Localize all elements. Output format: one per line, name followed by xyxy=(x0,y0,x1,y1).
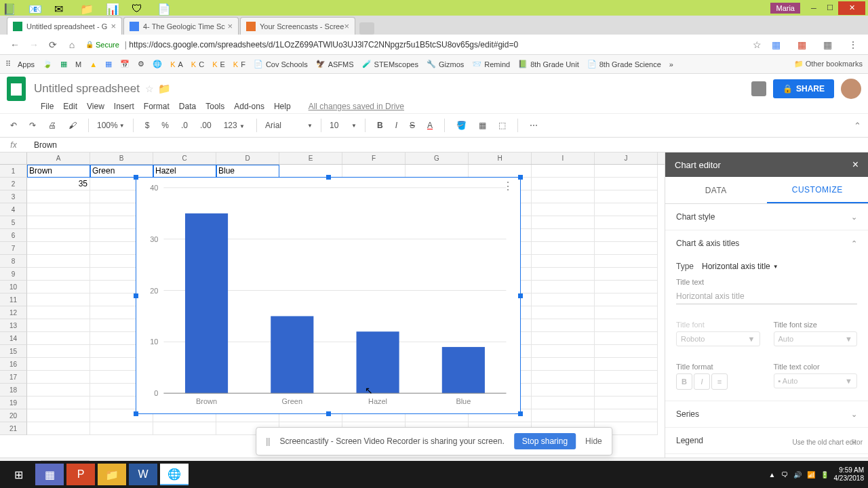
cell[interactable] xyxy=(595,319,658,332)
text-color-button[interactable]: A xyxy=(424,119,436,132)
cell[interactable] xyxy=(532,371,595,384)
other-bookmarks[interactable]: 📁 Other bookmarks xyxy=(794,60,863,68)
cell[interactable] xyxy=(27,255,90,268)
row-header[interactable]: 2 xyxy=(0,178,27,190)
cell[interactable] xyxy=(27,306,90,319)
cell[interactable] xyxy=(595,165,658,178)
cell[interactable] xyxy=(532,409,595,422)
minimize-button[interactable]: ─ xyxy=(806,1,822,15)
menu-format[interactable]: Format xyxy=(144,102,170,111)
close-icon[interactable]: × xyxy=(344,21,349,31)
row-header[interactable]: 17 xyxy=(0,371,27,384)
col-header[interactable]: I xyxy=(532,152,595,164)
cell[interactable]: Hazel xyxy=(153,165,216,178)
bookmark-item[interactable]: K A xyxy=(170,60,183,68)
bookmark-item[interactable]: M xyxy=(75,60,81,68)
cell[interactable] xyxy=(27,229,90,242)
cell[interactable] xyxy=(532,319,595,332)
taskbar-app[interactable]: P xyxy=(66,464,95,485)
cell[interactable] xyxy=(27,371,90,384)
section-series[interactable]: Series⌄ xyxy=(665,401,868,428)
tray-icon[interactable]: 🔋 xyxy=(821,471,829,479)
bookmark-item[interactable]: 📄 8th Grade Science xyxy=(587,60,661,68)
row-header[interactable]: 3 xyxy=(0,190,27,203)
cell[interactable] xyxy=(532,216,595,229)
cell[interactable] xyxy=(27,409,90,422)
cell[interactable] xyxy=(279,165,342,178)
resize-handle[interactable] xyxy=(518,411,523,416)
avatar[interactable] xyxy=(841,79,861,99)
fill-color-button[interactable]: 🪣 xyxy=(453,119,470,132)
row-header[interactable]: 6 xyxy=(0,229,27,242)
col-header[interactable]: H xyxy=(469,152,532,164)
bookmark-item[interactable]: 🌐 xyxy=(153,60,162,68)
row-header[interactable]: 7 xyxy=(0,242,27,255)
bookmark-item[interactable]: 🦅 ASFMS xyxy=(316,60,354,68)
col-header[interactable]: G xyxy=(406,152,469,164)
cell[interactable] xyxy=(595,396,658,409)
menu-addons[interactable]: Add-ons xyxy=(234,102,264,111)
tab-customize[interactable]: CUSTOMIZE xyxy=(767,177,869,203)
menu-icon[interactable]: ⋮ xyxy=(847,39,859,51)
cell[interactable] xyxy=(90,422,153,435)
resize-handle[interactable] xyxy=(134,411,138,416)
ext-icon[interactable]: ▦ xyxy=(821,39,833,51)
tray-icon[interactable]: 🔊 xyxy=(793,471,802,479)
col-header[interactable]: J xyxy=(595,152,658,164)
cell[interactable] xyxy=(595,178,658,190)
close-icon[interactable]: × xyxy=(852,159,859,171)
cell[interactable] xyxy=(595,216,658,229)
more-bookmarks[interactable]: » xyxy=(669,60,673,68)
cell[interactable] xyxy=(27,268,90,281)
cell[interactable] xyxy=(532,229,595,242)
col-header[interactable]: A xyxy=(27,152,90,164)
cell[interactable]: Blue xyxy=(216,165,279,178)
menu-edit[interactable]: Edit xyxy=(63,102,77,111)
chart-object[interactable]: ⋮ 010203040BrownGreenHazelBlue xyxy=(136,177,521,414)
star-icon[interactable]: ☆ xyxy=(751,39,763,51)
hide-button[interactable]: Hide xyxy=(585,436,602,446)
cell[interactable] xyxy=(532,190,595,203)
cell[interactable] xyxy=(532,384,595,396)
resize-handle[interactable] xyxy=(134,175,138,180)
doc-title[interactable]: Untitled spreadsheet xyxy=(34,82,140,96)
taskbar-app[interactable]: 📁 xyxy=(98,464,126,485)
row-header[interactable]: 10 xyxy=(0,281,27,293)
cell[interactable] xyxy=(532,345,595,358)
select-all-corner[interactable] xyxy=(0,152,27,164)
font-size-select[interactable]: 10 ▼ xyxy=(330,121,357,130)
cell[interactable] xyxy=(153,422,216,435)
start-button[interactable]: ⊞ xyxy=(4,464,33,485)
title-text-input[interactable] xyxy=(676,289,857,304)
cell[interactable] xyxy=(27,203,90,216)
sheets-logo[interactable] xyxy=(7,77,26,101)
menu-view[interactable]: View xyxy=(87,102,104,111)
cell[interactable] xyxy=(595,190,658,203)
percent-button[interactable]: % xyxy=(158,119,172,132)
saved-status[interactable]: All changes saved in Drive xyxy=(309,102,404,111)
more-button[interactable]: ⋯ xyxy=(526,119,541,132)
col-header[interactable]: F xyxy=(342,152,406,164)
bookmark-item[interactable]: K E xyxy=(212,60,225,68)
borders-button[interactable]: ▦ xyxy=(475,119,490,132)
cell[interactable] xyxy=(532,306,595,319)
bookmark-item[interactable]: ⚙ xyxy=(138,60,144,68)
cell[interactable] xyxy=(27,190,90,203)
ext-icon[interactable]: ▦ xyxy=(795,39,808,51)
old-editor-link[interactable]: Use the old chart editor xyxy=(793,439,863,446)
close-button[interactable]: ✕ xyxy=(838,1,865,15)
cell[interactable] xyxy=(532,165,595,178)
new-tab-button[interactable] xyxy=(359,22,374,35)
system-clock[interactable]: 9:59 AM 4/23/2018 xyxy=(834,466,865,483)
bookmark-item[interactable]: ▲ xyxy=(90,60,97,68)
cell[interactable] xyxy=(595,371,658,384)
cell[interactable] xyxy=(595,293,658,306)
cell[interactable]: Green xyxy=(90,165,153,178)
merge-button[interactable]: ⬚ xyxy=(495,119,509,132)
star-icon[interactable]: ☆ xyxy=(145,83,154,94)
paint-icon[interactable]: 🖌 xyxy=(65,119,80,132)
row-header[interactable]: 21 xyxy=(0,422,27,435)
resize-handle[interactable] xyxy=(326,175,331,180)
cell[interactable] xyxy=(27,242,90,255)
resize-handle[interactable] xyxy=(134,293,138,298)
